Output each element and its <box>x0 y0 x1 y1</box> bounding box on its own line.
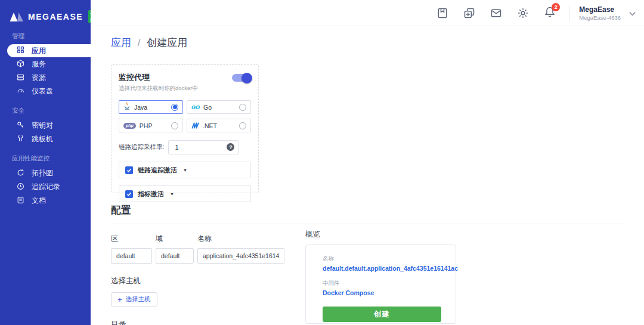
plus-icon: + <box>117 296 122 304</box>
metrics-enable-row[interactable]: 指标激活 ▼ <box>119 185 251 202</box>
sidebar-item-keypairs[interactable]: 密钥对 <box>0 119 91 132</box>
user-org: MegaEase-4636 <box>579 14 621 21</box>
metrics-enable-label: 指标激活 <box>138 190 164 199</box>
sidebar-section-apm: 应用性能监控 <box>0 146 91 166</box>
agent-option-label: .NET <box>203 122 217 129</box>
agent-option-label: PHP <box>140 122 153 129</box>
release-notes-icon[interactable] <box>436 7 448 19</box>
agent-toggle[interactable] <box>232 74 251 82</box>
key-icon <box>17 121 24 131</box>
overview-title: 概览 <box>305 230 456 240</box>
checkbox-checked-icon <box>125 166 133 174</box>
radio-unselected-icon <box>239 122 246 129</box>
brand-name: MEGAEASE <box>28 12 83 21</box>
caret-down-icon: ▼ <box>170 192 174 196</box>
application-name-input[interactable] <box>197 248 284 264</box>
sidebar-item-label: 资源 <box>32 73 46 83</box>
section-divider <box>111 224 623 224</box>
dotnet-logo-icon <box>191 120 199 131</box>
topology-icon <box>17 169 24 178</box>
overview-card: 名称 default.default.application_4afc4351e… <box>305 244 456 324</box>
caret-down-icon: ▼ <box>183 168 187 172</box>
sidebar-item-dashboard[interactable]: 仪表盘 <box>0 85 91 98</box>
mail-icon[interactable] <box>490 7 502 19</box>
trace-enable-label: 链路追踪激活 <box>138 166 177 175</box>
radio-unselected-icon <box>171 122 178 129</box>
agent-option-go[interactable]: GO Go <box>187 100 251 114</box>
header-divider <box>569 5 569 21</box>
brand-logo[interactable]: MEGAEASE 公测 <box>0 0 91 24</box>
sidebar-item-docs[interactable]: 文档 <box>0 194 91 208</box>
toggle-knob <box>242 73 252 83</box>
sidebar-item-resources[interactable]: 资源 <box>0 71 91 85</box>
user-menu[interactable]: MegaEase MegaEase-4636 <box>579 5 636 21</box>
agent-option-label: Java <box>134 104 147 111</box>
sidebar-item-topology[interactable]: 拓扑图 <box>0 166 91 180</box>
agent-option-dotnet[interactable]: .NET <box>187 119 251 132</box>
gauge-icon <box>17 87 24 97</box>
go-logo-icon: GO <box>191 104 200 110</box>
add-window-icon[interactable] <box>463 7 475 19</box>
sidebar-item-label: 服务 <box>32 59 46 69</box>
page: MEGAEASE 公测 管理 应用 服务 <box>0 0 644 325</box>
chevron-down-icon <box>629 8 636 18</box>
overview-middleware-value[interactable]: Docker Compose <box>323 289 441 296</box>
php-logo-icon: php <box>123 123 136 129</box>
sidebar-item-traces[interactable]: 追踪记录 <box>0 180 91 194</box>
trace-enable-row[interactable]: 链路追踪激活 ▼ <box>119 162 251 178</box>
sidebar-item-services[interactable]: 服务 <box>0 57 91 71</box>
megaease-logo-icon <box>10 12 24 22</box>
breadcrumb: 应用 / 创建应用 <box>111 36 187 49</box>
sidebar: MEGAEASE 公测 管理 应用 服务 <box>0 0 91 325</box>
radio-unselected-icon <box>239 104 246 111</box>
sidebar-item-label: 密钥对 <box>32 120 53 131</box>
sidebar-section-management: 管理 <box>0 24 91 44</box>
settings-gear-icon[interactable] <box>517 7 529 19</box>
radio-selected-icon <box>171 104 178 111</box>
name-label: 名称 <box>197 234 284 244</box>
select-host-button-label: 选择主机 <box>126 295 151 304</box>
agent-language-options: Java GO Go php PHP <box>119 100 251 132</box>
document-icon <box>17 196 24 206</box>
agent-card-subtitle: 选择代理来挂载到你的docker中 <box>119 85 198 92</box>
clock-icon <box>17 182 24 192</box>
overview-name-label: 名称 <box>323 255 441 263</box>
sidebar-item-label: 文档 <box>32 196 46 206</box>
overview-name-value[interactable]: default.default.application_4afc4351e161… <box>323 265 441 272</box>
overview-panel: 概览 名称 default.default.application_4afc43… <box>305 230 456 324</box>
sidebar-item-label: 追踪记录 <box>32 182 60 192</box>
zone-label: 区 <box>111 234 152 244</box>
page-title: 创建应用 <box>147 37 187 48</box>
server-icon <box>17 73 24 83</box>
sidebar-item-label: 应用 <box>32 46 46 56</box>
sample-rate-label: 链路追踪采样率: <box>119 143 164 151</box>
breadcrumb-applications-link[interactable]: 应用 <box>111 37 131 48</box>
sidebar-item-label: 仪表盘 <box>32 86 53 97</box>
checkbox-checked-icon <box>125 190 133 198</box>
domain-input[interactable] <box>156 248 194 264</box>
top-header: 2 MegaEase MegaEase-4636 <box>91 0 644 26</box>
agent-card-title: 监控代理 <box>119 72 198 83</box>
breadcrumb-separator: / <box>138 37 141 48</box>
zone-input[interactable] <box>111 248 152 264</box>
trace-sample-rate-row: 链路追踪采样率: ? <box>119 140 251 154</box>
sidebar-item-jumpserver[interactable]: 跳板机 <box>0 132 91 146</box>
user-name: MegaEase <box>579 5 621 14</box>
create-button[interactable]: 创建 <box>323 307 441 322</box>
java-logo-icon <box>123 102 131 113</box>
sidebar-item-applications[interactable]: 应用 <box>7 44 91 57</box>
main-content: 应用 / 创建应用 监控代理 选择代理来挂载到你的docker中 <box>91 26 644 325</box>
apps-grid-icon <box>17 46 24 55</box>
sidebar-item-label: 跳板机 <box>32 134 53 144</box>
agent-option-java[interactable]: Java <box>119 100 183 114</box>
monitoring-agent-card: 监控代理 选择代理来挂载到你的docker中 <box>111 64 259 193</box>
notification-count-badge: 2 <box>552 3 560 11</box>
sidebar-section-security: 安全 <box>0 98 91 119</box>
jump-server-icon <box>17 135 24 144</box>
cube-icon <box>17 60 24 69</box>
sidebar-item-label: 拓扑图 <box>32 168 53 178</box>
select-host-button[interactable]: + 选择主机 <box>111 292 157 307</box>
notifications-button[interactable]: 2 <box>544 6 556 20</box>
agent-option-php[interactable]: php PHP <box>119 119 183 132</box>
domain-label: 域 <box>156 234 194 244</box>
